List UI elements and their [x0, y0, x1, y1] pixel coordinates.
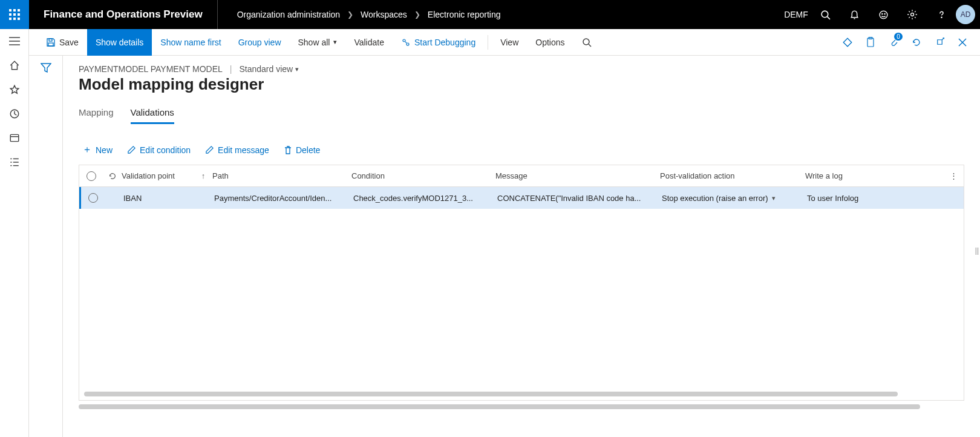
model-name-label: PAYMENTMODEL PAYMENT MODEL	[79, 64, 223, 74]
svg-point-22	[403, 39, 405, 42]
svg-point-0	[822, 11, 828, 18]
star-icon[interactable]	[8, 84, 21, 96]
action-bar: Save Show details Show name first Group …	[29, 29, 980, 56]
cell-message[interactable]: CONCATENATE("Invalid IBAN code ha...	[497, 194, 662, 203]
group-view-button[interactable]: Group view	[230, 29, 290, 56]
bell-icon[interactable]	[840, 0, 869, 29]
chevron-down-icon: ▾	[772, 194, 776, 202]
modules-icon[interactable]	[8, 156, 21, 168]
view-button[interactable]: View	[492, 29, 527, 56]
save-button[interactable]: Save	[38, 29, 87, 56]
svg-rect-21	[48, 43, 53, 46]
cell-condition[interactable]: Check_codes.verifyMOD1271_3...	[353, 194, 497, 203]
shell: Save Show details Show name first Group …	[0, 29, 980, 437]
actionbar-search[interactable]	[573, 29, 600, 56]
new-button[interactable]: ＋ New	[82, 143, 113, 156]
cell-write-a-log[interactable]: To user Infolog	[807, 194, 886, 203]
svg-rect-20	[49, 39, 52, 41]
col-condition[interactable]: Condition	[351, 171, 495, 180]
actionbar-right: 0	[836, 29, 980, 56]
grid-header-menu-icon[interactable]: ⋮	[884, 171, 964, 180]
workspace-icon[interactable]	[8, 132, 21, 144]
svg-point-6	[911, 13, 914, 16]
clipboard-icon[interactable]	[859, 29, 882, 56]
validate-label: Validate	[354, 38, 384, 47]
related-icon[interactable]	[836, 29, 859, 56]
chevron-right-icon: ❯	[414, 10, 420, 19]
waffle-icon	[9, 9, 20, 20]
search-icon[interactable]	[811, 0, 840, 29]
waffle-menu[interactable]	[0, 0, 29, 29]
page-horizontal-scrollbar[interactable]	[79, 404, 920, 409]
filter-icon[interactable]	[41, 63, 51, 437]
group-view-label: Group view	[238, 38, 281, 47]
grid-horizontal-scrollbar[interactable]	[84, 392, 898, 396]
col-validation-point[interactable]: Validation point	[122, 171, 194, 180]
cell-post-validation-action[interactable]: Stop execution (raise an error) ▾	[662, 194, 807, 203]
breadcrumb: Organization administration ❯ Workspaces…	[218, 10, 501, 19]
select-all-checkbox[interactable]	[79, 171, 103, 181]
attachments-icon[interactable]: 0	[882, 29, 905, 56]
chevron-right-icon: ❯	[347, 10, 353, 19]
grid-header-row: Validation point ↑ Path Condition Messag…	[79, 165, 964, 187]
edit-condition-label: Edit condition	[140, 145, 191, 155]
post-validation-value: Stop execution (raise an error)	[662, 194, 768, 203]
hamburger-icon[interactable]	[8, 35, 21, 47]
show-all-label: Show all	[298, 38, 330, 47]
app-title: Finance and Operations Preview	[29, 0, 218, 29]
help-icon[interactable]	[927, 0, 956, 29]
edit-message-button[interactable]: Edit message	[205, 143, 269, 156]
svg-line-1	[827, 16, 829, 19]
tabs: Mapping Validations	[79, 107, 964, 124]
chevron-down-icon: ▾	[333, 38, 337, 46]
view-dropdown[interactable]: Standard view ▾	[239, 64, 299, 74]
show-details-button[interactable]: Show details	[87, 29, 152, 56]
home-icon[interactable]	[8, 59, 21, 71]
edit-message-label: Edit message	[218, 145, 269, 155]
refresh-icon[interactable]	[905, 29, 928, 56]
breadcrumb-item[interactable]: Organization administration	[237, 10, 340, 19]
delete-button[interactable]: Delete	[284, 143, 320, 156]
divider	[488, 35, 488, 50]
tab-mapping[interactable]: Mapping	[79, 107, 114, 124]
pipe: |	[230, 64, 232, 74]
grid-refresh-icon[interactable]	[103, 172, 122, 180]
cell-validation-point[interactable]: IBAN	[123, 194, 196, 203]
plus-icon: ＋	[82, 143, 92, 156]
svg-point-4	[881, 13, 882, 14]
show-all-dropdown[interactable]: Show all ▾	[290, 29, 346, 56]
svg-rect-12	[10, 134, 19, 141]
filter-column	[29, 56, 63, 437]
sort-asc-icon[interactable]: ↑	[194, 171, 212, 180]
svg-point-5	[884, 13, 885, 14]
chevron-down-icon: ▾	[295, 65, 299, 73]
table-row[interactable]: IBAN Payments/CreditorAccount/Iden... Ch…	[79, 187, 964, 209]
company-picker[interactable]: DEMF	[782, 0, 811, 29]
breadcrumb-item[interactable]: Electronic reporting	[428, 10, 501, 19]
cell-path[interactable]: Payments/CreditorAccount/Iden...	[214, 194, 353, 203]
edit-condition-button[interactable]: Edit condition	[127, 143, 191, 156]
options-button[interactable]: Options	[527, 29, 573, 56]
main-column: PAYMENTMODEL PAYMENT MODEL | Standard vi…	[63, 56, 980, 437]
page-body: PAYMENTMODEL PAYMENT MODEL | Standard vi…	[29, 56, 980, 437]
col-write-a-log[interactable]: Write a log	[805, 171, 884, 180]
avatar[interactable]: AD	[956, 5, 975, 24]
validate-button[interactable]: Validate	[345, 29, 393, 56]
close-icon[interactable]	[951, 29, 974, 56]
smiley-icon[interactable]	[869, 0, 898, 29]
col-post-validation-action[interactable]: Post-validation action	[660, 171, 805, 180]
new-label: New	[96, 145, 113, 155]
breadcrumb-item[interactable]: Workspaces	[361, 10, 407, 19]
side-resize-handle[interactable]: ||	[975, 246, 979, 255]
recent-icon[interactable]	[8, 108, 21, 120]
show-name-first-label: Show name first	[160, 38, 221, 47]
gear-icon[interactable]	[898, 0, 927, 29]
row-checkbox[interactable]	[81, 193, 105, 203]
tab-validations[interactable]: Validations	[131, 107, 174, 124]
popout-icon[interactable]	[928, 29, 951, 56]
col-message[interactable]: Message	[495, 171, 660, 180]
start-debugging-button[interactable]: Start Debugging	[393, 29, 484, 56]
view-name-label: Standard view	[239, 64, 293, 74]
show-name-first-button[interactable]: Show name first	[152, 29, 229, 56]
col-path[interactable]: Path	[212, 171, 351, 180]
